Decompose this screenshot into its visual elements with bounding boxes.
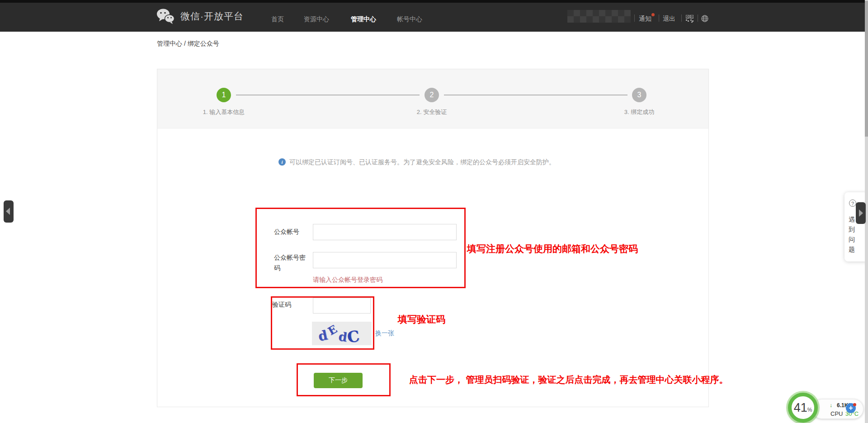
step-1-label: 1. 输入基本信息 [203, 108, 245, 116]
percent-sign: % [807, 407, 812, 413]
wechat-logo-icon [156, 8, 175, 24]
nav-admin-center[interactable]: 管理中心 [351, 15, 376, 24]
annotation-text-next: 点击下一步， 管理员扫码验证，验证之后点击完成，再去管理中心关联小程序。 [409, 374, 728, 386]
step-3-label: 3. 绑定成功 [624, 108, 654, 116]
help-question-icon: ? [849, 200, 856, 207]
step-2-label: 2. 安全验证 [417, 108, 447, 116]
step-3-circle: 3 [632, 88, 646, 102]
blurred-username[interactable] [567, 10, 631, 23]
system-monitor-panel: ↓ 6.1K/s CPU 30°C [812, 399, 863, 419]
notice-badge-dot [651, 13, 655, 16]
header-bar: 微信·开放平台 首页 资源中心 管理中心 帐号中心 通知 退出 [0, 3, 868, 32]
annotation-box-next [297, 363, 391, 396]
step-connector [444, 95, 627, 95]
globe-language-icon[interactable] [701, 15, 708, 22]
cpu-label: CPU [830, 410, 843, 417]
notice-link[interactable]: 通知 [639, 15, 651, 23]
annotation-box-captcha [271, 296, 374, 350]
logout-link[interactable]: 退出 [663, 15, 675, 23]
feedback-label-char: 遇 [849, 216, 855, 224]
bind-notice-text: 可以绑定已认证订阅号、已认证服务号。为了避免安全风险，绑定的公众号必须开启安全防… [289, 158, 555, 166]
annotation-text-account: 填写注册公众号使用的邮箱和公众号密码 [467, 242, 638, 255]
feedback-label-char: 题 [849, 246, 855, 254]
speed-ball-gauge[interactable]: 41% [788, 393, 818, 423]
feedback-label-char: 问 [849, 236, 855, 244]
header-divider [659, 14, 659, 22]
brand[interactable]: 微信·开放平台 [156, 8, 244, 24]
monitor-alert-dot [853, 403, 856, 406]
brand-title: 微信·开放平台 [180, 10, 244, 23]
chevron-left-icon [6, 208, 10, 215]
wechat-open-platform-page: 微信·开放平台 首页 资源中心 管理中心 帐号中心 通知 退出 [0, 0, 868, 423]
nav-home[interactable]: 首页 [271, 15, 284, 24]
nav-resource-center[interactable]: 资源中心 [304, 15, 329, 24]
header-divider [634, 14, 635, 22]
captcha-refresh-link[interactable]: 换一张 [375, 329, 394, 337]
memory-percent: 41 [794, 401, 807, 414]
breadcrumb: 管理中心 / 绑定公众号 [157, 40, 219, 48]
scrollbar-thumb[interactable] [865, 1, 868, 137]
annotation-text-captcha: 填写验证码 [398, 313, 445, 326]
step-connector [236, 95, 420, 95]
right-collapse-toggle[interactable] [856, 202, 866, 224]
step-2-circle: 2 [425, 88, 439, 102]
annotation-box-account [255, 208, 466, 288]
download-arrow-icon: ↓ [830, 402, 832, 409]
header-divider [681, 14, 682, 22]
chevron-right-icon [859, 209, 863, 217]
feedback-label-char: 到 [849, 226, 855, 234]
qr-code-icon[interactable] [686, 15, 693, 23]
left-collapse-toggle[interactable] [4, 200, 14, 223]
step-1-circle: 1 [217, 88, 231, 102]
info-icon: i [278, 158, 286, 166]
nav-account-center[interactable]: 帐号中心 [397, 15, 422, 24]
header-divider [698, 14, 698, 22]
